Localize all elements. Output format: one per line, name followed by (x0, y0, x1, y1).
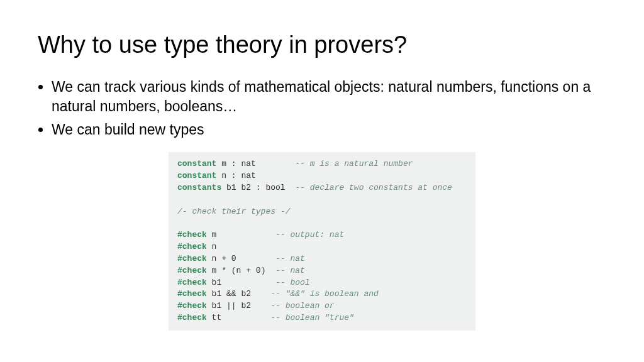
code-keyword: #check (177, 313, 207, 322)
code-comment: -- nat (275, 254, 305, 263)
code-comment: -- m is a natural number (295, 159, 413, 168)
code-text: m * (n + 0) (207, 266, 275, 275)
code-keyword: constant (177, 159, 216, 168)
code-text: n : nat (216, 171, 255, 180)
code-comment: -- nat (275, 266, 305, 275)
code-text: b1 b2 : bool (221, 183, 295, 192)
code-keyword: constant (177, 171, 216, 180)
code-text: tt (207, 313, 270, 322)
code-text: n + 0 (207, 254, 275, 263)
code-text: b1 || b2 (207, 301, 270, 310)
code-keyword: #check (177, 289, 207, 299)
code-text: m : nat (216, 159, 295, 168)
slide: Why to use type theory in provers? We ca… (0, 0, 644, 331)
code-comment: -- boolean or (270, 301, 334, 310)
code-text: n (207, 242, 217, 251)
code-comment: -- boolean "true" (270, 313, 354, 322)
code-keyword: #check (177, 254, 207, 263)
code-keyword: #check (177, 230, 207, 239)
code-comment: -- output: nat (275, 230, 344, 239)
code-text: b1 && b2 (207, 289, 270, 299)
code-comment: /- check their types -/ (177, 207, 290, 216)
code-comment: -- declare two constants at once (295, 183, 452, 192)
bullet-item: We can track various kinds of mathematic… (52, 77, 606, 116)
bullet-item: We can build new types (52, 120, 606, 140)
code-text: m (207, 230, 275, 239)
code-comment: -- bool (275, 278, 310, 287)
bullet-list: We can track various kinds of mathematic… (38, 77, 606, 140)
code-keyword: constants (177, 183, 221, 192)
code-keyword: #check (177, 278, 207, 287)
code-comment: -- "&&" is boolean and (270, 289, 379, 299)
slide-title: Why to use type theory in provers? (38, 31, 606, 58)
code-keyword: #check (177, 266, 207, 275)
code-block: constant m : nat -- m is a natural numbe… (169, 152, 475, 331)
code-keyword: #check (177, 242, 207, 251)
code-keyword: #check (177, 301, 207, 310)
code-text: b1 (207, 278, 275, 287)
